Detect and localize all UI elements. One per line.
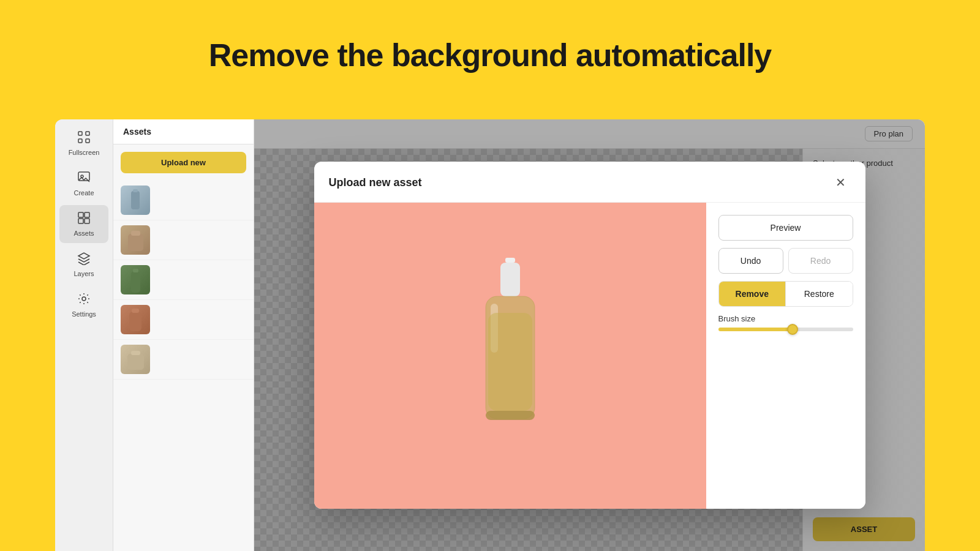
asset-thumbnail (121, 265, 150, 294)
svg-rect-2 (78, 139, 82, 143)
layers-icon (77, 252, 91, 268)
sidebar-item-create[interactable]: Create (59, 165, 108, 203)
assets-panel-title: Assets (123, 127, 151, 137)
upload-new-button[interactable]: Upload new (121, 152, 246, 173)
product-bottle-illustration (455, 252, 565, 460)
redo-button[interactable]: Redo (788, 248, 853, 274)
list-item[interactable] (113, 260, 254, 300)
upload-modal: Upload new asset ✕ (314, 162, 865, 509)
sidebar-item-layers-label: Layers (74, 270, 94, 277)
svg-rect-15 (131, 271, 140, 293)
brush-slider-thumb[interactable] (787, 324, 798, 335)
modal-body: Preview Undo Redo Remove Restore (314, 203, 865, 509)
page-heading: Remove the background automatically (0, 0, 980, 98)
sidebar-item-settings-label: Settings (72, 310, 96, 318)
svg-rect-25 (486, 411, 535, 420)
asset-list (113, 181, 254, 380)
list-item[interactable] (113, 340, 254, 380)
restore-button[interactable]: Restore (785, 282, 853, 306)
svg-rect-14 (131, 231, 140, 236)
brush-slider-track (718, 328, 853, 331)
svg-rect-19 (127, 354, 144, 370)
list-item[interactable] (113, 181, 254, 220)
assets-icon (77, 211, 91, 227)
svg-rect-8 (78, 219, 83, 223)
sidebar-item-layers[interactable]: Layers (59, 246, 108, 283)
undo-button[interactable]: Undo (718, 248, 783, 274)
modal-controls: Preview Undo Redo Remove Restore (706, 203, 865, 509)
svg-rect-16 (133, 269, 138, 272)
list-item[interactable] (113, 220, 254, 260)
modal-close-button[interactable]: ✕ (831, 173, 851, 192)
asset-thumbnail (121, 305, 150, 334)
sidebar-item-fullscreen[interactable]: Fullscreen (59, 124, 108, 162)
svg-rect-12 (133, 189, 138, 192)
svg-rect-20 (131, 351, 140, 355)
sidebar-item-settings[interactable]: Settings (59, 286, 108, 324)
sidebar-item-fullscreen-label: Fullscreen (69, 149, 100, 156)
svg-rect-26 (488, 313, 532, 411)
settings-icon (77, 292, 91, 308)
svg-rect-13 (128, 234, 143, 251)
asset-thumbnail (121, 345, 150, 374)
bottle-container (314, 203, 706, 509)
main-content: Pro plan Select another product in your … (254, 119, 925, 551)
sidebar-item-assets-label: Assets (74, 230, 94, 237)
svg-rect-21 (505, 258, 515, 263)
sidebar: Fullscreen Create (55, 119, 113, 551)
svg-rect-18 (132, 309, 139, 313)
brush-size-label: Brush size (718, 314, 853, 323)
sidebar-item-create-label: Create (74, 189, 94, 197)
remove-button[interactable]: Remove (719, 282, 786, 306)
fullscreen-icon (77, 130, 91, 146)
undo-redo-row: Undo Redo (718, 248, 853, 274)
svg-rect-9 (85, 219, 89, 223)
svg-rect-11 (131, 191, 140, 209)
asset-thumbnail (121, 186, 150, 215)
svg-rect-17 (129, 312, 141, 331)
sidebar-item-assets[interactable]: Assets (59, 205, 108, 243)
list-item[interactable] (113, 300, 254, 340)
svg-rect-22 (500, 263, 520, 296)
create-icon (77, 171, 91, 187)
svg-rect-7 (85, 212, 89, 217)
preview-button[interactable]: Preview (718, 215, 853, 241)
modal-title: Upload new asset (329, 176, 422, 189)
modal-image-area (314, 203, 706, 509)
svg-rect-1 (86, 132, 89, 135)
svg-point-10 (82, 297, 86, 301)
brush-slider-container (718, 323, 853, 335)
brush-size-section: Brush size (718, 314, 853, 335)
svg-rect-0 (78, 132, 82, 135)
modal-overlay: Upload new asset ✕ (254, 119, 925, 551)
modal-header: Upload new asset ✕ (314, 162, 865, 203)
assets-panel-header: Assets (113, 119, 254, 144)
remove-restore-row: Remove Restore (718, 281, 853, 307)
svg-rect-6 (78, 212, 83, 217)
svg-rect-3 (86, 139, 89, 143)
app-window: Fullscreen Create (55, 119, 925, 551)
asset-thumbnail (121, 225, 150, 255)
assets-panel: Assets Upload new (113, 119, 254, 551)
